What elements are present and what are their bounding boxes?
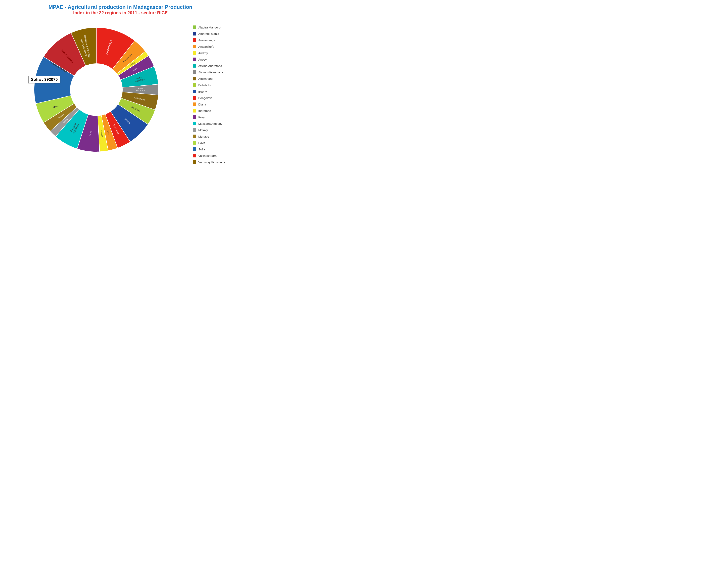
legend-label: Atsinanana	[198, 77, 214, 80]
donut-svg: Alaotra MangoroAmoron'i ManiaAnalamangaA…	[26, 19, 167, 160]
legend-item: Atsinanana	[193, 77, 237, 80]
legend-swatch	[193, 64, 196, 68]
legend-label: Atsimo Andrefana	[198, 64, 222, 68]
legend-swatch	[193, 38, 196, 42]
legend-swatch	[193, 90, 196, 93]
legend-item: Amoron'i Mania	[193, 32, 237, 36]
svg-point-0	[70, 64, 122, 116]
legend-label: Itasy	[198, 115, 205, 119]
legend-label: Sofia	[198, 148, 205, 151]
legend-label: Menabe	[198, 135, 209, 138]
legend-label: Anosy	[198, 58, 207, 61]
legend: Alaotra MangoroAmoron'i ManiaAnalamangaA…	[193, 19, 237, 164]
legend-item: Itasy	[193, 115, 237, 119]
legend-item: Vakinakaratra	[193, 154, 237, 158]
legend-item: Atsimo Atsinanana	[193, 70, 237, 74]
chart-area: Sofia : 392070 Alaotra MangoroAmoron'i M…	[4, 19, 189, 160]
legend-swatch	[193, 70, 196, 74]
legend-item: Androy	[193, 51, 237, 55]
legend-item: Analanjirofo	[193, 45, 237, 48]
legend-item: Matsiatra Ambony	[193, 122, 237, 125]
legend-swatch	[193, 109, 196, 112]
legend-item: Sofia	[193, 147, 237, 151]
legend-label: Analanjirofo	[198, 45, 214, 48]
legend-item: Sava	[193, 141, 237, 145]
legend-label: Amoron'i Mania	[198, 32, 219, 36]
legend-label: Melaky	[198, 128, 208, 132]
legend-label: Bongolava	[198, 96, 213, 100]
legend-swatch	[193, 25, 196, 29]
tooltip-box: Sofia : 392070	[28, 76, 60, 83]
legend-label: Matsiatra Ambony	[198, 122, 222, 125]
legend-item: Anosy	[193, 58, 237, 61]
legend-swatch	[193, 122, 196, 125]
legend-item: Atsimo Andrefana	[193, 64, 237, 68]
legend-swatch	[193, 83, 196, 87]
legend-swatch	[193, 32, 196, 36]
legend-item: Melaky	[193, 128, 237, 132]
legend-item: Betsiboka	[193, 83, 237, 87]
title-line1: MPAE - Agricultural production in Madaga…	[48, 4, 193, 10]
legend-label: Analamanga	[198, 39, 215, 42]
chart-title: MPAE - Agricultural production in Madaga…	[48, 4, 193, 16]
legend-swatch	[193, 103, 196, 106]
legend-label: Diana	[198, 103, 206, 106]
legend-item: Menabe	[193, 134, 237, 138]
legend-item: Analamanga	[193, 38, 237, 42]
donut-chart: Sofia : 392070 Alaotra MangoroAmoron'i M…	[26, 19, 167, 160]
legend-swatch	[193, 134, 196, 138]
legend-swatch	[193, 58, 196, 61]
legend-swatch	[193, 147, 196, 151]
legend-label: Ihorombe	[198, 109, 211, 112]
legend-label: Alaotra Mangoro	[198, 26, 221, 29]
legend-item: Alaotra Mangoro	[193, 25, 237, 29]
legend-label: Betsiboka	[198, 83, 211, 87]
legend-swatch	[193, 115, 196, 119]
legend-label: Atsimo Atsinanana	[198, 70, 223, 74]
legend-label: Vatovavy Fitovinany	[198, 161, 225, 164]
title-line2: Index in the 22 regions in 2011 - sector…	[48, 10, 193, 16]
legend-item: Ihorombe	[193, 109, 237, 112]
legend-label: Vakinakaratra	[198, 154, 217, 158]
legend-swatch	[193, 45, 196, 48]
legend-swatch	[193, 160, 196, 164]
legend-label: Sava	[198, 141, 205, 145]
legend-swatch	[193, 96, 196, 100]
legend-item: Vatovavy Fitovinany	[193, 160, 237, 164]
legend-swatch	[193, 154, 196, 158]
legend-item: Diana	[193, 103, 237, 106]
legend-swatch	[193, 128, 196, 132]
legend-swatch	[193, 141, 196, 145]
legend-label: Boeny	[198, 90, 207, 93]
legend-item: Boeny	[193, 90, 237, 93]
legend-swatch	[193, 77, 196, 80]
legend-swatch	[193, 51, 196, 55]
legend-item: Bongolava	[193, 96, 237, 100]
legend-label: Androy	[198, 51, 208, 55]
